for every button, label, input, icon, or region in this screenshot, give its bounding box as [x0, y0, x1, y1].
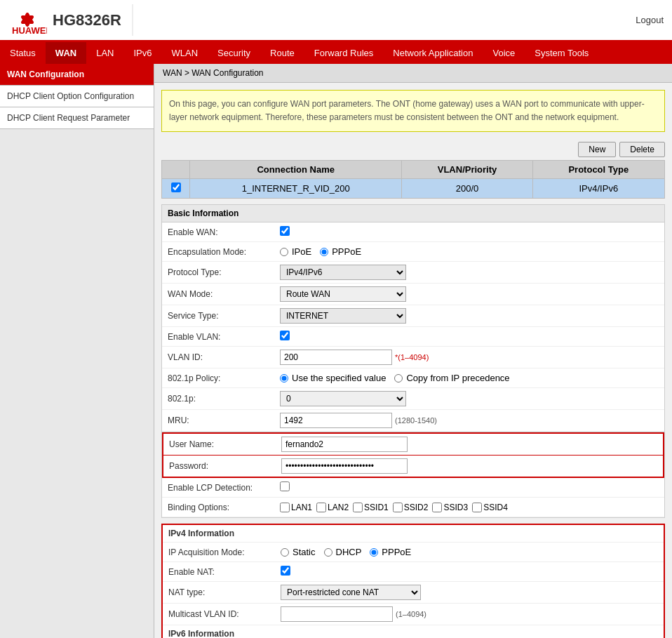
binding-ssid3[interactable]: SSID3	[432, 503, 468, 512]
nav-route[interactable]: Route	[260, 42, 304, 64]
ipv4-static-radio[interactable]	[281, 548, 289, 557]
svg-point-5	[25, 13, 30, 27]
enable-vlan-checkbox[interactable]	[280, 331, 290, 340]
ipv4-acq-value: Static DHCP PPPoE	[281, 547, 658, 557]
ipv4-title: IPv4 Information	[163, 525, 664, 543]
connection-table: Connection Name VLAN/Priority Protocol T…	[161, 160, 665, 199]
service-type-select[interactable]: INTERNET	[280, 308, 406, 324]
binding-ssid3-cb[interactable]	[432, 503, 442, 512]
mru-value: (1280-1540)	[280, 413, 659, 428]
ipv4-pppoe-label[interactable]: PPPoE	[370, 547, 411, 557]
nav-ipv6[interactable]: IPv6	[124, 42, 162, 64]
binding-ssid4-cb[interactable]	[472, 503, 482, 512]
ipv4-multicast-input[interactable]	[281, 606, 393, 622]
encap-ipoe-radio[interactable]	[280, 248, 288, 256]
enable-vlan-value	[280, 331, 659, 343]
wan-mode-row: WAN Mode: Route WAN Bridge WAN	[162, 284, 664, 305]
vlan-priority-cell: 200/0	[402, 179, 532, 199]
binding-lan1-cb[interactable]	[280, 503, 290, 512]
password-row: Password:	[162, 456, 664, 478]
dot1p-policy-row: 802.1p Policy: Use the specified value C…	[162, 368, 664, 388]
ipv4-static-label[interactable]: Static	[281, 547, 316, 557]
protocol-type-cell: IPv4/IPv6	[532, 179, 664, 199]
binding-options-label: Binding Options:	[168, 503, 280, 512]
nav-network-application[interactable]: Network Application	[383, 42, 483, 64]
binding-ssid1[interactable]: SSID1	[353, 503, 389, 512]
row-checkbox[interactable]	[171, 182, 181, 192]
lcp-binding-section: Enable LCP Detection: Binding Options: L…	[161, 478, 665, 518]
nav-wan[interactable]: WAN	[46, 42, 86, 64]
encap-pppoe-label[interactable]: PPPoE	[320, 246, 361, 257]
logo-area: HUAWEI HG8326R	[8, 4, 133, 36]
enable-lcp-checkbox[interactable]	[280, 481, 290, 491]
ipv4-pppoe-radio[interactable]	[370, 548, 378, 557]
nav-system-tools[interactable]: System Tools	[525, 42, 598, 64]
dot1p-row: 802.1p: 01234567	[162, 388, 664, 410]
nav-voice[interactable]: Voice	[483, 42, 525, 64]
password-input[interactable]	[281, 458, 408, 474]
policy-specified-radio[interactable]	[280, 374, 288, 383]
policy-specified-label[interactable]: Use the specified value	[280, 373, 386, 383]
nav-status[interactable]: Status	[0, 42, 46, 64]
enable-wan-checkbox[interactable]	[280, 226, 290, 236]
enable-wan-value	[280, 226, 659, 238]
nat-type-row: NAT type: Port-restricted cone NAT Full …	[163, 582, 664, 604]
new-button[interactable]: New	[578, 142, 616, 157]
wan-mode-value: Route WAN Bridge WAN	[280, 286, 659, 302]
nat-type-select[interactable]: Port-restricted cone NAT Full cone NAT A…	[281, 585, 421, 600]
col-checkbox	[162, 161, 190, 179]
binding-ssid1-cb[interactable]	[353, 503, 363, 512]
logout-button[interactable]: Logout	[636, 15, 664, 25]
sidebar-item-dhcp-param[interactable]: DHCP Client Request Parameter	[0, 107, 154, 129]
vlan-id-input[interactable]	[280, 350, 392, 365]
policy-copy-radio[interactable]	[394, 374, 403, 383]
vlan-id-label: VLAN ID:	[168, 352, 280, 362]
ipv4-multicast-row: Multicast VLAN ID: (1–4094)	[163, 604, 664, 625]
binding-lan1[interactable]: LAN1	[280, 503, 312, 512]
encap-mode-value: IPoE PPPoE	[280, 246, 659, 257]
header: HUAWEI HG8326R Logout	[0, 0, 672, 42]
table-row[interactable]: 1_INTERNET_R_VID_200 200/0 IPv4/IPv6	[162, 179, 665, 199]
enable-lcp-label: Enable LCP Detection:	[168, 483, 280, 493]
dot1p-select[interactable]: 01234567	[280, 391, 406, 406]
nav-security[interactable]: Security	[208, 42, 260, 64]
binding-ssid2-cb[interactable]	[393, 503, 403, 512]
basic-info-section: Basic Information Enable WAN: Encapsulat…	[161, 204, 665, 432]
binding-lan2-cb[interactable]	[316, 503, 326, 512]
wan-mode-select[interactable]: Route WAN Bridge WAN	[280, 286, 406, 302]
nav-forward-rules[interactable]: Forward Rules	[304, 42, 384, 64]
protocol-type-select[interactable]: IPv4/IPv6	[280, 265, 406, 280]
enable-vlan-label: Enable VLAN:	[168, 332, 280, 342]
username-label: User Name:	[169, 439, 281, 449]
encap-pppoe-radio[interactable]	[320, 248, 328, 256]
service-type-row: Service Type: INTERNET	[162, 305, 664, 327]
vlan-id-hint: *(1–4094)	[395, 353, 429, 361]
sidebar-item-wan-config[interactable]: WAN Configuration	[0, 64, 154, 86]
encap-ipoe-label[interactable]: IPoE	[280, 246, 311, 257]
binding-lan2[interactable]: LAN2	[316, 503, 349, 512]
ipv4-dhcp-radio[interactable]	[324, 548, 332, 557]
mru-input[interactable]	[280, 413, 392, 428]
delete-button[interactable]: Delete	[619, 142, 665, 157]
dot1p-policy-value: Use the specified value Copy from IP pre…	[280, 373, 659, 383]
content-area: WAN > WAN Configuration On this page, yo…	[154, 64, 672, 638]
enable-nat-checkbox[interactable]	[281, 566, 290, 576]
policy-copy-label[interactable]: Copy from IP precedence	[394, 373, 509, 383]
enable-nat-row: Enable NAT:	[163, 562, 664, 582]
nav-lan[interactable]: LAN	[86, 42, 123, 64]
binding-ssid4[interactable]: SSID4	[472, 503, 508, 512]
enable-vlan-row: Enable VLAN:	[162, 327, 664, 347]
binding-ssid2[interactable]: SSID2	[393, 503, 429, 512]
username-input[interactable]	[281, 437, 408, 452]
ipv4-dhcp-label[interactable]: DHCP	[324, 547, 362, 557]
enable-wan-label: Enable WAN:	[168, 227, 280, 237]
col-vlan-priority: VLAN/Priority	[402, 161, 532, 179]
enable-nat-value	[281, 566, 658, 578]
ipv4-acq-label: IP Acquisition Mode:	[168, 547, 281, 557]
nav-wlan[interactable]: WLAN	[162, 42, 208, 64]
username-row: User Name:	[162, 432, 664, 456]
main-layout: WAN Configuration DHCP Client Option Con…	[0, 64, 672, 638]
protocol-type-label: Protocol Type:	[168, 267, 280, 277]
sidebar-item-dhcp-option[interactable]: DHCP Client Option Configuration	[0, 86, 154, 107]
nat-type-value: Port-restricted cone NAT Full cone NAT A…	[281, 585, 658, 600]
